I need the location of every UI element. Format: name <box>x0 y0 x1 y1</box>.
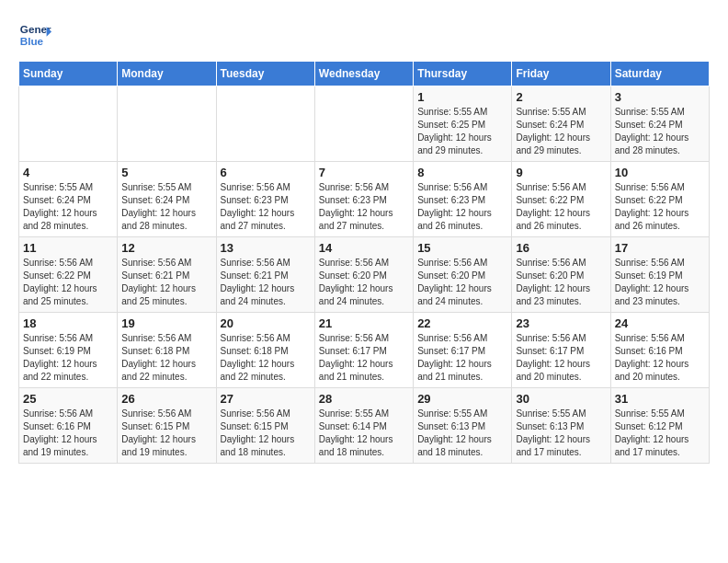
weekday-header-row: SundayMondayTuesdayWednesdayThursdayFrid… <box>19 62 710 86</box>
day-number: 11 <box>23 241 113 255</box>
day-number: 20 <box>221 316 311 330</box>
day-info: Sunrise: 5:56 AM Sunset: 6:19 PM Dayligh… <box>23 332 113 384</box>
day-info: Sunrise: 5:56 AM Sunset: 6:16 PM Dayligh… <box>615 332 705 384</box>
calendar-table: SundayMondayTuesdayWednesdayThursdayFrid… <box>18 61 710 464</box>
weekday-header-thursday: Thursday <box>414 62 512 86</box>
day-number: 3 <box>615 90 705 104</box>
day-info: Sunrise: 5:56 AM Sunset: 6:23 PM Dayligh… <box>221 181 311 233</box>
day-number: 17 <box>615 241 705 255</box>
day-info: Sunrise: 5:56 AM Sunset: 6:23 PM Dayligh… <box>417 181 507 233</box>
weekday-header-saturday: Saturday <box>610 62 709 86</box>
calendar-cell: 6Sunrise: 5:56 AM Sunset: 6:23 PM Daylig… <box>216 162 314 237</box>
day-info: Sunrise: 5:55 AM Sunset: 6:24 PM Dayligh… <box>23 181 113 233</box>
calendar-week-row: 4Sunrise: 5:55 AM Sunset: 6:24 PM Daylig… <box>19 162 710 237</box>
calendar-cell: 31Sunrise: 5:55 AM Sunset: 6:12 PM Dayli… <box>610 388 709 464</box>
calendar-week-row: 1Sunrise: 5:55 AM Sunset: 6:25 PM Daylig… <box>19 86 710 162</box>
day-info: Sunrise: 5:56 AM Sunset: 6:17 PM Dayligh… <box>319 332 409 384</box>
day-info: Sunrise: 5:55 AM Sunset: 6:24 PM Dayligh… <box>121 181 211 233</box>
calendar-cell: 2Sunrise: 5:55 AM Sunset: 6:24 PM Daylig… <box>512 86 610 162</box>
calendar-cell: 22Sunrise: 5:56 AM Sunset: 6:17 PM Dayli… <box>414 313 512 388</box>
day-info: Sunrise: 5:56 AM Sunset: 6:20 PM Dayligh… <box>319 257 409 308</box>
svg-text:Blue: Blue <box>20 35 44 47</box>
day-number: 27 <box>221 392 311 406</box>
day-number: 16 <box>516 241 606 255</box>
day-info: Sunrise: 5:56 AM Sunset: 6:15 PM Dayligh… <box>121 408 211 459</box>
calendar-cell: 8Sunrise: 5:56 AM Sunset: 6:23 PM Daylig… <box>414 162 512 237</box>
day-info: Sunrise: 5:56 AM Sunset: 6:17 PM Dayligh… <box>516 332 606 384</box>
weekday-header-tuesday: Tuesday <box>216 62 314 86</box>
calendar-cell: 14Sunrise: 5:56 AM Sunset: 6:20 PM Dayli… <box>314 237 413 313</box>
day-info: Sunrise: 5:56 AM Sunset: 6:20 PM Dayligh… <box>417 257 507 308</box>
calendar-cell: 23Sunrise: 5:56 AM Sunset: 6:17 PM Dayli… <box>512 313 610 388</box>
day-info: Sunrise: 5:56 AM Sunset: 6:19 PM Dayligh… <box>615 257 705 308</box>
day-info: Sunrise: 5:55 AM Sunset: 6:13 PM Dayligh… <box>417 408 507 459</box>
weekday-header-sunday: Sunday <box>19 62 118 86</box>
calendar-cell: 15Sunrise: 5:56 AM Sunset: 6:20 PM Dayli… <box>414 237 512 313</box>
calendar-cell: 12Sunrise: 5:56 AM Sunset: 6:21 PM Dayli… <box>118 237 216 313</box>
day-info: Sunrise: 5:56 AM Sunset: 6:17 PM Dayligh… <box>417 332 507 384</box>
day-number: 8 <box>417 166 507 179</box>
calendar-cell <box>314 86 413 162</box>
day-number: 13 <box>221 241 311 255</box>
calendar-cell: 28Sunrise: 5:55 AM Sunset: 6:14 PM Dayli… <box>314 388 413 464</box>
calendar-cell <box>19 86 118 162</box>
day-info: Sunrise: 5:56 AM Sunset: 6:22 PM Dayligh… <box>615 181 705 233</box>
calendar-cell: 19Sunrise: 5:56 AM Sunset: 6:18 PM Dayli… <box>118 313 216 388</box>
day-number: 4 <box>23 166 113 179</box>
day-info: Sunrise: 5:55 AM Sunset: 6:24 PM Dayligh… <box>615 106 705 157</box>
day-number: 5 <box>121 166 211 179</box>
day-info: Sunrise: 5:56 AM Sunset: 6:18 PM Dayligh… <box>221 332 311 384</box>
day-info: Sunrise: 5:56 AM Sunset: 6:18 PM Dayligh… <box>121 332 211 384</box>
day-info: Sunrise: 5:56 AM Sunset: 6:21 PM Dayligh… <box>121 257 211 308</box>
day-number: 7 <box>319 166 409 179</box>
calendar-week-row: 18Sunrise: 5:56 AM Sunset: 6:19 PM Dayli… <box>19 313 710 388</box>
day-number: 30 <box>516 392 606 406</box>
day-number: 10 <box>615 166 705 179</box>
calendar-week-row: 11Sunrise: 5:56 AM Sunset: 6:22 PM Dayli… <box>19 237 710 313</box>
calendar-cell: 3Sunrise: 5:55 AM Sunset: 6:24 PM Daylig… <box>610 86 709 162</box>
calendar-cell: 7Sunrise: 5:56 AM Sunset: 6:23 PM Daylig… <box>314 162 413 237</box>
day-info: Sunrise: 5:55 AM Sunset: 6:12 PM Dayligh… <box>615 408 705 459</box>
day-info: Sunrise: 5:55 AM Sunset: 6:24 PM Dayligh… <box>516 106 606 157</box>
day-info: Sunrise: 5:56 AM Sunset: 6:16 PM Dayligh… <box>23 408 113 459</box>
calendar-cell: 20Sunrise: 5:56 AM Sunset: 6:18 PM Dayli… <box>216 313 314 388</box>
calendar-cell: 13Sunrise: 5:56 AM Sunset: 6:21 PM Dayli… <box>216 237 314 313</box>
day-number: 24 <box>615 316 705 330</box>
day-number: 15 <box>417 241 507 255</box>
day-info: Sunrise: 5:56 AM Sunset: 6:22 PM Dayligh… <box>23 257 113 308</box>
weekday-header-wednesday: Wednesday <box>314 62 413 86</box>
day-number: 28 <box>319 392 409 406</box>
calendar-cell: 1Sunrise: 5:55 AM Sunset: 6:25 PM Daylig… <box>414 86 512 162</box>
calendar-cell: 29Sunrise: 5:55 AM Sunset: 6:13 PM Dayli… <box>414 388 512 464</box>
day-number: 25 <box>23 392 113 406</box>
calendar-cell: 30Sunrise: 5:55 AM Sunset: 6:13 PM Dayli… <box>512 388 610 464</box>
weekday-header-monday: Monday <box>118 62 216 86</box>
weekday-header-friday: Friday <box>512 62 610 86</box>
calendar-cell: 11Sunrise: 5:56 AM Sunset: 6:22 PM Dayli… <box>19 237 118 313</box>
day-info: Sunrise: 5:56 AM Sunset: 6:15 PM Dayligh… <box>221 408 311 459</box>
calendar-cell: 9Sunrise: 5:56 AM Sunset: 6:22 PM Daylig… <box>512 162 610 237</box>
calendar-week-row: 25Sunrise: 5:56 AM Sunset: 6:16 PM Dayli… <box>19 388 710 464</box>
day-number: 6 <box>221 166 311 179</box>
calendar-cell <box>118 86 216 162</box>
day-number: 2 <box>516 90 606 104</box>
calendar-header: SundayMondayTuesdayWednesdayThursdayFrid… <box>19 62 710 86</box>
calendar-cell: 26Sunrise: 5:56 AM Sunset: 6:15 PM Dayli… <box>118 388 216 464</box>
logo: General Blue <box>18 18 51 52</box>
day-info: Sunrise: 5:56 AM Sunset: 6:20 PM Dayligh… <box>516 257 606 308</box>
calendar-cell: 5Sunrise: 5:55 AM Sunset: 6:24 PM Daylig… <box>118 162 216 237</box>
logo-icon: General Blue <box>18 18 51 52</box>
day-number: 23 <box>516 316 606 330</box>
calendar-cell: 17Sunrise: 5:56 AM Sunset: 6:19 PM Dayli… <box>610 237 709 313</box>
calendar-cell: 18Sunrise: 5:56 AM Sunset: 6:19 PM Dayli… <box>19 313 118 388</box>
day-number: 18 <box>23 316 113 330</box>
day-number: 14 <box>319 241 409 255</box>
day-info: Sunrise: 5:56 AM Sunset: 6:23 PM Dayligh… <box>319 181 409 233</box>
calendar-cell: 27Sunrise: 5:56 AM Sunset: 6:15 PM Dayli… <box>216 388 314 464</box>
day-number: 29 <box>417 392 507 406</box>
calendar-cell: 10Sunrise: 5:56 AM Sunset: 6:22 PM Dayli… <box>610 162 709 237</box>
day-info: Sunrise: 5:55 AM Sunset: 6:14 PM Dayligh… <box>319 408 409 459</box>
calendar-cell: 21Sunrise: 5:56 AM Sunset: 6:17 PM Dayli… <box>314 313 413 388</box>
calendar-body: 1Sunrise: 5:55 AM Sunset: 6:25 PM Daylig… <box>19 86 710 464</box>
calendar-cell: 25Sunrise: 5:56 AM Sunset: 6:16 PM Dayli… <box>19 388 118 464</box>
